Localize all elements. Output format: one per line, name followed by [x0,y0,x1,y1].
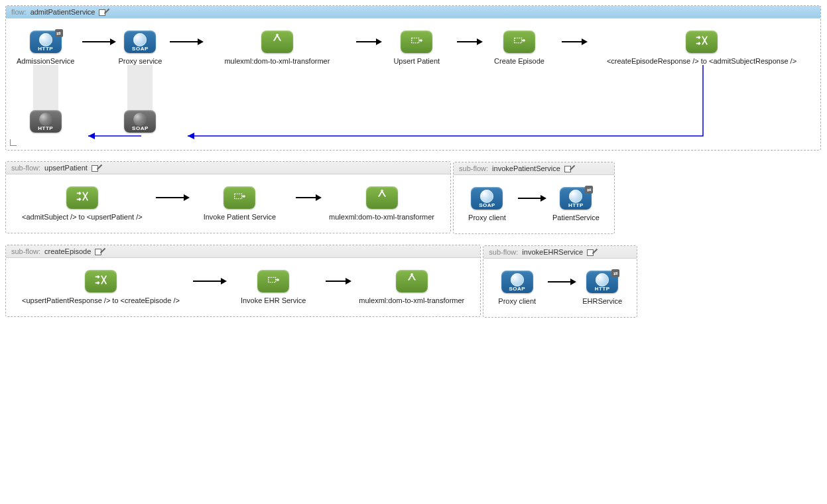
node-proxy-client[interactable]: SOAP Proxy client [494,271,540,305]
node-label: AdmissionService [17,57,74,65]
node-admission[interactable]: HTTP AdmissionService [17,31,74,65]
node-admission-stack: HTTP AdmissionService HTTP [17,31,74,133]
soap-response-icon[interactable]: SOAP [124,110,156,133]
node-invoke-patient[interactable]: Invoke Patient Service [192,186,288,221]
flow-name-label: admitPatientService [31,8,95,16]
node-dom-to-xml[interactable]: mulexml:dom-to-xml-transformer [324,186,440,221]
flow-body: <upsertPatientResponse /> to <createEpis… [6,258,480,316]
node-label: <upsertPatientResponse /> to <createEpis… [22,296,180,304]
soap-badge: SOAP [471,202,503,208]
arrow-icon [510,187,548,210]
node-proxy-stack: SOAP Proxy service SOAP [118,31,162,133]
arrow-icon [348,31,384,53]
xslt-icon [66,186,98,209]
exchange-badge-icon [611,269,619,277]
http-badge: HTTP [560,202,592,208]
arrow-icon [185,270,229,292]
node-patient-service[interactable]: HTTP PatientService [548,187,604,221]
flow-ref-icon [503,31,535,53]
arrow-icon [288,186,324,209]
resize-handle-icon[interactable] [10,139,17,146]
flow-header[interactable]: sub-flow: invokePatientService [454,162,614,175]
shadow-connector [127,65,153,110]
soap-icon: SOAP [471,187,503,210]
flow-body: SOAP Proxy client HTTP PatientService [454,175,614,233]
node-dom-to-xml[interactable]: mulexml:dom-to-xml-transformer [206,31,348,65]
arrow-icon [162,31,206,53]
flow-type-label: sub-flow: [11,164,40,172]
node-label: Create Episode [494,57,544,65]
subflow-upsertPatient[interactable]: sub-flow: upsertPatient <admitSubject />… [5,161,451,233]
node-label: Invoke Patient Service [204,213,276,221]
edit-icon[interactable] [95,247,104,255]
edit-icon[interactable] [564,164,574,172]
flow-header[interactable]: sub-flow: invokeEHRService [483,246,637,259]
flow-name-label: upsertPatient [44,164,88,172]
node-label: PatientService [552,214,600,221]
soap-badge: SOAP [124,125,156,131]
transformer-icon [366,186,398,209]
node-label: Proxy service [118,57,162,65]
flow-body: <admitSubject /> to <upsertPatient /> In… [6,174,450,233]
transformer-icon [396,270,428,292]
node-create-episode[interactable]: Create Episode [485,31,554,65]
node-label: <createEpisodeResponse /> to <admitSubje… [607,57,796,65]
node-label: Upsert Patient [393,57,440,65]
soap-icon: SOAP [124,31,156,53]
http-endpoint-icon: HTTP [30,31,62,53]
node-proxy-client[interactable]: SOAP Proxy client [464,187,510,221]
node-create-episode-response[interactable]: <createEpisodeResponse /> to <admitSubje… [590,31,814,65]
flow-type-label: sub-flow: [11,247,40,255]
svg-point-8 [411,273,413,276]
flow-type-label: sub-flow: [459,164,488,172]
arrow-icon [554,31,590,53]
soap-badge: SOAP [124,46,156,52]
http-badge: HTTP [30,46,62,52]
node-dom-to-xml[interactable]: mulexml:dom-to-xml-transformer [353,270,470,304]
subflow-invokePatientService[interactable]: sub-flow: invokePatientService SOAP Prox… [453,162,615,234]
arrow-icon [449,31,485,53]
soap-icon: SOAP [501,271,533,293]
flow-admitPatientService[interactable]: flow: admitPatientService HTTP Admission… [5,5,821,151]
exchange-badge-icon [55,29,63,37]
svg-point-0 [276,34,279,36]
node-invoke-ehr[interactable]: Invoke EHR Service [229,270,318,304]
http-endpoint-icon: HTTP [586,271,618,293]
node-label: Proxy client [498,297,536,305]
flow-name-label: invokeEHRService [522,248,583,256]
node-ehr-service[interactable]: HTTP EHRService [578,271,626,305]
edit-icon[interactable] [587,248,596,256]
node-label: Invoke EHR Service [241,296,306,304]
xslt-icon [686,31,718,53]
svg-rect-2 [515,38,522,42]
edit-icon[interactable] [92,164,101,172]
node-label: Proxy client [468,214,506,221]
node-xslt-upsertresponse[interactable]: <upsertPatientResponse /> to <createEpis… [17,270,185,304]
flow-type-label: flow: [11,8,27,16]
exchange-badge-icon [585,186,593,194]
flow-body: HTTP AdmissionService HTTP SOAP [6,19,820,150]
subflow-invokeEHRService[interactable]: sub-flow: invokeEHRService SOAP Proxy cl… [483,245,637,318]
node-upsert-patient[interactable]: Upsert Patient [384,31,449,65]
flow-ref-icon [401,31,432,53]
svg-marker-4 [88,133,95,139]
flow-type-label: sub-flow: [489,248,518,256]
flow-ref-icon [223,186,255,209]
http-badge: HTTP [586,286,618,292]
svg-point-6 [381,190,383,192]
http-response-icon[interactable]: HTTP [30,110,62,133]
node-label: EHRService [582,297,622,305]
arrow-icon [148,186,192,209]
node-label: mulexml:dom-to-xml-transformer [359,296,464,304]
flow-header[interactable]: sub-flow: createEpisode [6,245,480,258]
soap-badge: SOAP [501,286,533,292]
node-proxy-service[interactable]: SOAP Proxy service [118,31,162,65]
flow-header[interactable]: sub-flow: upsertPatient [6,162,450,174]
subflow-createEpisode[interactable]: sub-flow: createEpisode <upsertPatientRe… [5,245,481,317]
node-xslt-admitsubject[interactable]: <admitSubject /> to <upsertPatient /> [17,186,148,221]
arrow-icon [74,31,118,53]
flow-header[interactable]: flow: admitPatientService [6,6,820,19]
edit-icon[interactable] [99,8,108,16]
xslt-icon [85,270,117,292]
node-label: mulexml:dom-to-xml-transformer [224,57,330,65]
